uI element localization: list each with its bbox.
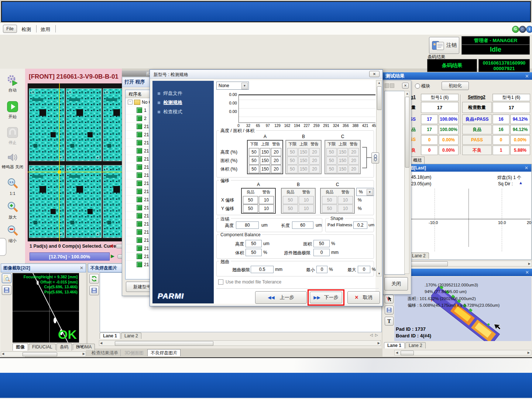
link-tolerance-button[interactable] <box>371 152 379 164</box>
sidebar-tool-start[interactable]: 开始 <box>0 100 25 119</box>
offset-cell[interactable]: 50 <box>243 196 258 204</box>
sidebar-tool-auto[interactable]: 自动 <box>0 74 25 92</box>
warp-max-input[interactable]: 0 <box>358 266 370 273</box>
tab-lane1[interactable]: Lane 1 <box>100 333 120 339</box>
scroll-right-icon[interactable]: ▶ <box>83 352 85 355</box>
module-radio[interactable] <box>415 83 420 89</box>
scroll-right-icon[interactable]: ▶ <box>378 341 380 345</box>
dialog-nav-2[interactable]: 检查模式 <box>158 109 214 115</box>
dialog-titlebar[interactable]: 新型号 : 检测规格 ✕ <box>150 70 382 79</box>
laser-profile-image[interactable]: FocusingHeight = 9.382 [mm]Offset = -0.0… <box>13 273 79 343</box>
tab-result-list[interactable]: 检查结果清单 <box>89 350 121 356</box>
close-icon[interactable]: ✕ <box>80 265 83 271</box>
tab-lane2[interactable]: Lane 2 <box>409 252 429 259</box>
tab-fiducial[interactable]: FIDUCIAL <box>29 344 56 350</box>
dialog-nav-1[interactable]: 检测规格 <box>158 99 214 106</box>
save-capture-button[interactable] <box>2 285 11 295</box>
sidebar-tool-zoom-in[interactable]: 放大 <box>0 201 25 219</box>
save-image-button[interactable] <box>89 286 99 295</box>
tab-image[interactable]: 图像 <box>13 343 28 351</box>
pad-flatness-input[interactable]: 0.2 <box>353 221 367 229</box>
pad-3d-content[interactable]: .170% (203952112.000um3) 94% (77.84/95.0… <box>394 277 531 341</box>
hav-cell[interactable]: 150 <box>260 165 270 173</box>
hav-cell[interactable]: 150 <box>260 148 270 156</box>
sidebar-tool-buzzer[interactable]: 蜂鸣器 关闭 <box>0 152 25 169</box>
pcb-image[interactable] <box>28 83 122 241</box>
dialog-close-button[interactable]: ✕ <box>369 71 380 77</box>
next-board-icon[interactable]: ▶ <box>111 253 114 259</box>
tab-lane2[interactable]: Lane 2 <box>405 342 426 348</box>
close-icon[interactable]: ✕ <box>402 83 409 89</box>
scroll-thumb[interactable] <box>377 86 382 110</box>
scroll-up-icon[interactable]: ▲ <box>406 92 409 95</box>
offset-cell[interactable]: 10 <box>259 196 274 204</box>
green-status-icon[interactable]: G <box>512 26 519 33</box>
balance-height-input[interactable]: 50 <box>246 240 262 247</box>
sidebar-tool-one-to-one[interactable]: 1:11:1 <box>0 177 25 196</box>
tab-scroll-left-icon[interactable]: ◁ <box>370 333 373 337</box>
tab-lane1[interactable]: Lane 1 <box>384 342 405 348</box>
next-step-button[interactable]: ▶▶ 下一步 <box>310 292 342 303</box>
tab-scroll-left-icon[interactable]: ◀ <box>77 344 79 348</box>
horizontal-scrollbar[interactable]: ◀ ▶ <box>396 261 532 266</box>
hav-cell[interactable]: 50 <box>249 165 259 173</box>
clock-status-icon[interactable]: ◴ <box>519 26 526 33</box>
checkbox-box[interactable] <box>218 279 223 285</box>
offset-table-A[interactable]: 良品警告50105010 <box>241 188 276 214</box>
close-icon[interactable]: ✕ <box>525 165 528 171</box>
tab-bad-pad-images[interactable]: 不良焊盘图片 <box>147 349 181 356</box>
scroll-right-icon[interactable]: ▶ <box>528 262 531 265</box>
menu-utility[interactable]: 效用 <box>41 26 50 33</box>
hav-cell[interactable]: 20 <box>271 156 281 165</box>
horizontal-scrollbar[interactable]: ◀ ▶ <box>1 351 86 357</box>
scroll-up-icon[interactable]: ▲ <box>378 81 381 85</box>
hav-cell[interactable]: 50 <box>249 156 259 165</box>
tree-collapse-icon[interactable]: − <box>128 100 133 104</box>
info-status-icon[interactable]: i <box>526 26 532 33</box>
save-3d-button[interactable] <box>385 306 394 314</box>
close-icon[interactable]: ✕ <box>525 73 529 79</box>
scroll-left-icon[interactable]: ◀ <box>2 352 4 355</box>
initialize-button[interactable]: 初始化 <box>442 82 469 90</box>
scroll-right-icon[interactable]: ▶ <box>528 351 530 354</box>
scroll-thumb[interactable] <box>23 352 57 357</box>
tolerance-checkbox[interactable]: Use the model file Tolerance <box>218 279 281 285</box>
scroll-down-icon[interactable]: ▼ <box>378 272 381 275</box>
scroll-thumb[interactable] <box>115 341 213 346</box>
text-overlay-button[interactable]: T <box>385 317 394 326</box>
offset-cell[interactable]: 50 <box>243 204 258 213</box>
tab-barcode[interactable]: 条码 <box>56 343 72 351</box>
prev-board-icon[interactable]: ◀ <box>109 243 113 248</box>
vertical-scrollbar[interactable]: ▲ <box>404 91 409 274</box>
balance-volume-input[interactable]: 50 <box>246 249 262 256</box>
inspect-image-button[interactable] <box>2 274 11 283</box>
bridge-length-input[interactable]: 60 <box>292 221 313 229</box>
refresh-button[interactable] <box>89 274 99 283</box>
scroll-thumb[interactable] <box>405 97 409 168</box>
stat-header-Setting2[interactable]: Setting2 <box>462 94 491 100</box>
warp-min-input[interactable]: 0 <box>316 266 327 273</box>
logout-button[interactable]: 注销 <box>429 37 459 54</box>
tab-3d-profile[interactable]: 3D侧面图 <box>122 350 145 356</box>
scroll-left-icon[interactable]: ◀ <box>396 351 398 354</box>
measure-cursor-button[interactable] <box>385 295 394 303</box>
horizontal-scrollbar[interactable]: ◀ ▶ <box>394 350 531 355</box>
scroll-left-icon[interactable]: ◀ <box>100 341 102 345</box>
window-titlebar[interactable] <box>1 1 531 22</box>
menu-inspect[interactable]: 检测 <box>21 26 31 33</box>
offset-cell[interactable]: 10 <box>259 204 274 213</box>
close-button[interactable]: 关闭 <box>384 277 408 290</box>
hav-cell[interactable]: 20 <box>271 165 281 173</box>
hav-table-A[interactable]: 下限上限警告501502050150205015020 <box>247 140 283 174</box>
hav-cell[interactable]: 50 <box>249 148 259 156</box>
dialog-nav-0[interactable]: 焊盘文件 <box>158 90 214 97</box>
horizontal-scrollbar[interactable]: ◀ ▶ <box>99 340 381 346</box>
tab-scroll-right-icon[interactable]: ▶ <box>81 344 84 348</box>
bridge-height-input[interactable]: 80 <box>236 221 259 229</box>
close-icon[interactable]: ✕ <box>525 270 529 275</box>
prev-step-button[interactable]: ◀◀ 上一步 <box>255 291 307 304</box>
balance-warp-input[interactable]: 0 <box>313 249 330 256</box>
warp-limit-input[interactable]: 0.5 <box>251 266 274 273</box>
hav-cell[interactable]: 20 <box>271 148 281 156</box>
offset-unit-select[interactable]: %▼ <box>356 188 374 196</box>
